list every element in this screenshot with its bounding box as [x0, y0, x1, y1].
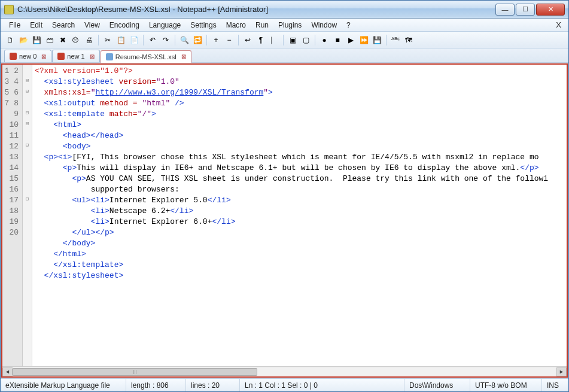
open-file-icon[interactable]: 📂	[17, 34, 29, 46]
run-macro-multi-icon[interactable]: ⏩	[358, 34, 370, 46]
fold-all-icon[interactable]: ▣	[287, 34, 299, 46]
menu-view[interactable]: View	[80, 20, 105, 31]
unfold-all-icon[interactable]: ▢	[300, 34, 312, 46]
cut-icon[interactable]: ✂	[102, 34, 114, 46]
menu-language[interactable]: Language	[144, 20, 185, 31]
menu-run[interactable]: Run	[251, 20, 273, 31]
app-icon	[4, 5, 14, 14]
status-eol: Dos\Windows	[404, 379, 470, 391]
scroll-track[interactable]	[13, 367, 556, 376]
maximize-button[interactable]: ☐	[516, 4, 535, 16]
toolbar: 🗋📂💾🗃✖⛒🖨✂📋📄↶↷🔍🔁+−↩¶⎸▣▢●■▶⏩💾ᴬᴮᶜ🗺	[1, 32, 568, 48]
statusbar: eXtensible Markup Language file length :…	[1, 378, 568, 391]
tab-1[interactable]: new 1⊠	[52, 50, 99, 62]
close-all-icon[interactable]: ⛒	[70, 34, 82, 46]
play-macro-icon[interactable]: ▶	[345, 34, 357, 46]
replace-icon[interactable]: 🔁	[191, 34, 203, 46]
file-icon	[106, 53, 113, 60]
tab-label: new 1	[67, 53, 84, 60]
horizontal-scrollbar[interactable]: ◄ ►	[2, 366, 567, 376]
invisible-chars-icon[interactable]: ¶	[255, 34, 267, 46]
menu-plugins[interactable]: Plugins	[273, 20, 306, 31]
save-icon[interactable]: 💾	[31, 34, 42, 46]
menu-search[interactable]: Search	[47, 20, 80, 31]
menu-macro[interactable]: Macro	[221, 20, 251, 31]
save-all-icon[interactable]: 🗃	[44, 34, 56, 46]
menu-edit[interactable]: Edit	[25, 20, 47, 31]
menu-encoding[interactable]: Encoding	[105, 20, 144, 31]
menu-window[interactable]: Window	[306, 20, 342, 31]
wrap-icon[interactable]: ↩	[242, 34, 254, 46]
editor-area: 1 2 3 4 5 6 7 8 9 10 11 12 13 14 15 16 1…	[1, 63, 568, 378]
scroll-thumb[interactable]	[13, 368, 257, 376]
paste-icon[interactable]: 📄	[128, 34, 140, 46]
undo-icon[interactable]: ↶	[147, 34, 159, 46]
minimize-button[interactable]: —	[495, 4, 515, 16]
stop-macro-icon[interactable]: ■	[331, 34, 343, 46]
status-position: Ln : 1 Col : 1 Sel : 0 | 0	[240, 379, 404, 391]
window-title: C:\Users\Nike\Desktop\Resume-MS-XSL.xsl …	[17, 5, 495, 14]
scroll-right-icon[interactable]: ►	[556, 367, 567, 376]
record-macro-icon[interactable]: ●	[318, 34, 330, 46]
zoom-out-icon[interactable]: −	[223, 34, 235, 46]
menu-settings[interactable]: Settings	[185, 20, 221, 31]
code-editor[interactable]: 1 2 3 4 5 6 7 8 9 10 11 12 13 14 15 16 1…	[2, 65, 567, 366]
scroll-left-icon[interactable]: ◄	[2, 367, 13, 376]
status-lines: lines : 20	[186, 379, 240, 391]
titlebar: C:\Users\Nike\Desktop\Resume-MS-XSL.xsl …	[1, 1, 568, 19]
save-macro-icon[interactable]: 💾	[371, 34, 383, 46]
doc-map-icon[interactable]: 🗺	[403, 34, 415, 46]
tab-close-icon[interactable]: ⊠	[90, 53, 95, 60]
close-icon[interactable]: ✖	[57, 34, 69, 46]
status-encoding: UTF-8 w/o BOM	[470, 379, 542, 391]
tab-0[interactable]: new 0⊠	[4, 50, 51, 62]
indent-guide-icon[interactable]: ⎸	[268, 34, 280, 46]
status-length: length : 806	[126, 379, 186, 391]
fold-column[interactable]: ⊟⊟⊟⊟⊟⊟	[23, 65, 32, 366]
menu-help[interactable]: ?	[342, 20, 355, 31]
close-doc-button[interactable]: X	[552, 20, 565, 29]
line-number-gutter: 1 2 3 4 5 6 7 8 9 10 11 12 13 14 15 16 1…	[2, 65, 23, 366]
new-file-icon[interactable]: 🗋	[4, 34, 16, 46]
tab-close-icon[interactable]: ⊠	[41, 53, 46, 60]
tabbar: new 0⊠new 1⊠Resume-MS-XSL.xsl⊠	[1, 48, 568, 63]
spellcheck-icon[interactable]: ᴬᴮᶜ	[390, 34, 401, 46]
zoom-in-icon[interactable]: +	[210, 34, 222, 46]
tab-label: Resume-MS-XSL.xsl	[115, 53, 177, 60]
tab-2[interactable]: Resume-MS-XSL.xsl⊠	[101, 50, 191, 63]
tab-close-icon[interactable]: ⊠	[181, 53, 186, 60]
find-icon[interactable]: 🔍	[178, 34, 190, 46]
print-icon[interactable]: 🖨	[83, 34, 95, 46]
menu-file[interactable]: File	[4, 20, 25, 31]
file-icon	[10, 53, 17, 60]
file-icon	[57, 53, 65, 60]
code-content[interactable]: <?xml version="1.0"?> <xsl:stylesheet ve…	[32, 65, 567, 366]
close-window-button[interactable]: ✕	[536, 4, 565, 16]
status-mode: INS	[542, 379, 568, 391]
status-file-type: eXtensible Markup Language file	[1, 379, 126, 391]
redo-icon[interactable]: ↷	[160, 34, 172, 46]
tab-label: new 0	[19, 53, 36, 60]
copy-icon[interactable]: 📋	[115, 34, 127, 46]
menubar: File Edit Search View Encoding Language …	[1, 19, 568, 32]
